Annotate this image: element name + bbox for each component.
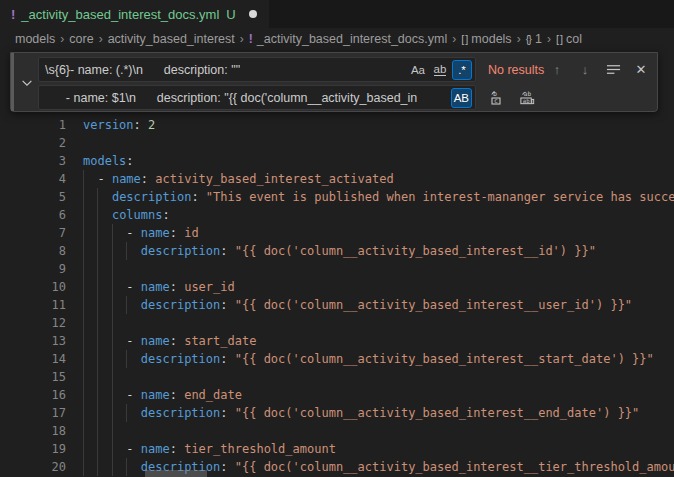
syntax-token: user_id — [184, 280, 235, 294]
find-input[interactable]: \s{6}- name: (.*)\n description: "" Aa a… — [38, 57, 476, 82]
breadcrumb-item-models[interactable]: [ ]models — [461, 32, 511, 46]
preserve-case-button[interactable]: AB — [451, 88, 472, 108]
code-line: 10 - name: user_id — [0, 278, 674, 296]
breadcrumb-item-col[interactable]: [ ]col — [556, 32, 582, 46]
replace-button[interactable]: b c — [489, 90, 505, 106]
toggle-replace-button[interactable] — [19, 75, 35, 91]
code-line-text[interactable] — [66, 422, 674, 440]
breadcrumb-item-models[interactable]: models — [15, 32, 55, 46]
whole-word-button[interactable]: ab — [430, 60, 450, 80]
breadcrumb-item--activity-based-interest-docs-yml[interactable]: !_activity_based_interest_docs.yml — [249, 32, 447, 46]
code-line-text[interactable]: models: — [66, 152, 674, 170]
whole-word-label: ab — [434, 64, 447, 76]
replace-all-icon: ab ab — [519, 90, 535, 106]
code-line-text[interactable] — [66, 314, 674, 332]
line-number: 4 — [0, 170, 66, 188]
code-line-text[interactable]: version: 2 — [66, 116, 674, 134]
svg-text:ab: ab — [523, 97, 530, 103]
code-line-text[interactable]: columns: — [66, 206, 674, 224]
breadcrumb-separator: › — [517, 32, 521, 46]
indent-guide — [126, 296, 127, 314]
line-number: 10 — [0, 278, 66, 296]
find-widget-resize-sash[interactable] — [11, 53, 14, 111]
indent-guide — [112, 404, 113, 422]
line-number: 2 — [0, 134, 66, 152]
line-number: 20 — [0, 458, 66, 476]
match-case-button[interactable]: Aa — [408, 60, 428, 80]
syntax-token: : — [162, 208, 169, 222]
code-line-text[interactable]: - name: end_date — [66, 386, 674, 404]
code-line-text[interactable]: - name: id — [66, 224, 674, 242]
dirty-dot-icon[interactable] — [249, 10, 257, 18]
indent-guide — [126, 242, 127, 260]
array-symbol-icon: [ ] — [556, 33, 562, 45]
code-line-text[interactable]: description: "This event is published wh… — [66, 188, 674, 206]
svg-text:ab: ab — [524, 90, 532, 97]
syntax-token: : — [170, 388, 184, 402]
syntax-token: description — [141, 352, 220, 366]
syntax-token: description — [112, 190, 191, 204]
line-number: 9 — [0, 260, 66, 278]
code-line-text[interactable]: description: "{{ doc('column__activity_b… — [66, 404, 674, 422]
array-symbol-icon: [ ] — [461, 33, 467, 45]
replace-icon: b c — [489, 90, 505, 106]
indent-guide — [112, 386, 113, 404]
code-line-text[interactable] — [66, 368, 674, 386]
indent-guide — [97, 242, 98, 260]
syntax-token: : — [191, 190, 205, 204]
code-line: 18 — [0, 422, 674, 440]
line-number: 3 — [0, 152, 66, 170]
close-find-widget-button[interactable]: ✕ — [633, 62, 649, 78]
syntax-token: : — [220, 298, 234, 312]
syntax-token: : — [126, 154, 133, 168]
replace-input[interactable]: - name: $1\n description: "{{ doc('colum… — [38, 85, 476, 110]
code-line: 9 — [0, 260, 674, 278]
find-previous-button[interactable]: ↑ — [549, 62, 565, 78]
breadcrumb-separator: › — [99, 32, 103, 46]
syntax-token: : — [170, 280, 184, 294]
breadcrumb-separator: › — [240, 32, 244, 46]
indent-guide — [112, 242, 113, 260]
line-number: 5 — [0, 188, 66, 206]
breadcrumb-separator: › — [60, 32, 64, 46]
code-line: 8 description: "{{ doc('column__activity… — [0, 242, 674, 260]
code-line-text[interactable]: description: "{{ doc('column__activity_b… — [66, 350, 674, 368]
line-number: 6 — [0, 206, 66, 224]
code-line-text[interactable]: description: "{{ doc('column__activity_b… — [66, 242, 674, 260]
indent-guide — [126, 404, 127, 422]
breadcrumb-item-label: models — [15, 32, 55, 46]
indent-guide — [112, 278, 113, 296]
indent-guide — [97, 422, 98, 440]
code-line: 12 — [0, 314, 674, 332]
indent-guide — [126, 458, 127, 476]
code-line-text[interactable] — [66, 134, 674, 152]
indent-guide — [97, 440, 98, 458]
line-number: 8 — [0, 242, 66, 260]
breadcrumb-item-1[interactable]: {}1 — [526, 32, 542, 46]
indent-guide — [97, 260, 98, 278]
code-line-text[interactable]: - name: activity_based_interest_activate… — [66, 170, 674, 188]
find-next-button[interactable]: ↓ — [577, 62, 593, 78]
syntax-token: - — [83, 172, 112, 186]
regex-button[interactable]: .* — [452, 60, 472, 80]
code-line-text[interactable] — [66, 260, 674, 278]
replace-all-button[interactable]: ab ab — [519, 90, 535, 106]
breadcrumb-item-activity-based-interest[interactable]: activity_based_interest — [108, 32, 235, 46]
code-line-text[interactable]: - name: user_id — [66, 278, 674, 296]
indent-guide — [97, 332, 98, 350]
indent-guide — [83, 332, 84, 350]
syntax-token: name — [141, 442, 170, 456]
syntax-token: description — [141, 244, 220, 258]
tab-active-file[interactable]: ! _activity_based_interest_docs.yml U — [0, 0, 269, 28]
code-line: 7 - name: id — [0, 224, 674, 242]
code-line-text[interactable]: - name: start_date — [66, 332, 674, 350]
syntax-token: : — [134, 118, 148, 132]
breadcrumb-item-core[interactable]: core — [69, 32, 93, 46]
vscode-window: { "tab": { "file_icon": "!", "title": "_… — [0, 0, 674, 477]
line-number: 14 — [0, 350, 66, 368]
horizontal-scrollbar-thumb[interactable] — [145, 470, 207, 477]
code-line: 2 — [0, 134, 674, 152]
code-line-text[interactable]: - name: tier_threshold_amount — [66, 440, 674, 458]
find-in-selection-button[interactable] — [605, 62, 621, 78]
code-line-text[interactable]: description: "{{ doc('column__activity_b… — [66, 296, 674, 314]
